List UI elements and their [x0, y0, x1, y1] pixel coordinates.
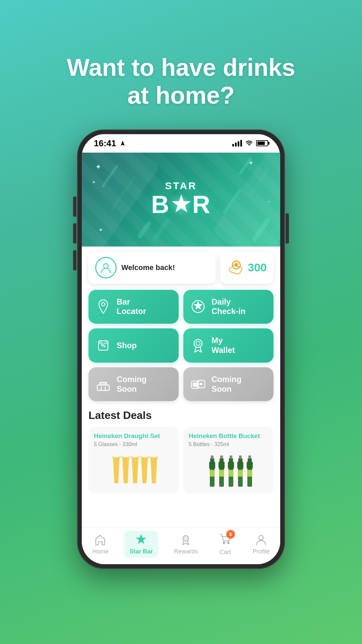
- coming-soon-1-icon: BAR: [95, 376, 112, 393]
- nav-cart-label: Cart: [220, 549, 231, 556]
- svg-rect-47: [228, 470, 234, 477]
- welcome-row: Welcome back!: [88, 246, 274, 284]
- svg-rect-42: [219, 470, 224, 477]
- svg-point-59: [184, 537, 188, 540]
- svg-point-24: [112, 454, 121, 458]
- svg-rect-52: [238, 470, 243, 477]
- status-icons: [232, 140, 268, 147]
- bottom-nav: Home Star Bar Rewards: [82, 527, 280, 564]
- svg-point-62: [259, 535, 263, 540]
- home-icon: [94, 533, 107, 546]
- status-time: 16:41: [94, 138, 126, 149]
- hero-banner: ✦ ✦ ✦ + ✦ STAR B ★ R: [82, 153, 280, 247]
- svg-point-28: [131, 454, 139, 458]
- bar-locator-label: BarLocator: [117, 297, 146, 317]
- svg-point-30: [140, 454, 149, 458]
- coming-soon-1-label: ComingSoon: [117, 375, 146, 394]
- my-wallet-icon: [189, 337, 207, 354]
- deal-2-title: Heineken Bottle Bucket: [189, 432, 268, 440]
- phone-screen: 16:41: [82, 134, 280, 564]
- svg-rect-41: [220, 455, 223, 459]
- cart-badge: 9: [226, 530, 235, 539]
- daily-checkin-label: DailyCheck-in: [212, 297, 245, 317]
- daily-checkin-button[interactable]: DailyCheck-in: [183, 290, 274, 324]
- coming-soon-1-button[interactable]: BAR ComingSoon: [88, 367, 179, 401]
- svg-point-20: [195, 385, 197, 386]
- points-value: 300: [248, 261, 267, 274]
- welcome-card: Welcome back!: [88, 252, 216, 284]
- svg-point-4: [102, 303, 105, 306]
- svg-point-1: [104, 264, 108, 268]
- my-wallet-button[interactable]: MyWallet: [183, 328, 274, 363]
- svg-rect-57: [247, 470, 252, 477]
- app-logo: STAR B ★ R: [151, 181, 211, 218]
- svg-rect-46: [230, 455, 232, 459]
- nav-cart[interactable]: 9 Cart: [214, 530, 237, 558]
- svg-rect-54: [247, 462, 253, 469]
- deal-1-title: Heineken Draught Set: [94, 432, 173, 440]
- svg-text:DEAL: DEAL: [99, 341, 107, 345]
- main-scroll[interactable]: ✦ ✦ ✦ + ✦ STAR B ★ R: [82, 153, 280, 527]
- shop-label: Shop: [117, 341, 137, 351]
- nav-home-label: Home: [92, 548, 108, 555]
- svg-point-26: [121, 454, 130, 458]
- nav-profile-label: Profile: [253, 548, 270, 555]
- signal-icon: [232, 140, 242, 147]
- points-card: 300: [220, 252, 274, 284]
- svg-rect-34: [209, 462, 215, 469]
- daily-checkin-icon: [189, 298, 207, 315]
- svg-rect-39: [219, 462, 225, 469]
- feature-grid: BarLocator DailyCheck-in: [88, 290, 274, 401]
- welcome-greeting: Welcome back!: [121, 263, 175, 272]
- battery-icon: [256, 140, 268, 146]
- deal-2-subtitle: 5 Bottles - 325ml: [189, 441, 268, 447]
- nav-home[interactable]: Home: [87, 531, 114, 558]
- deals-list: Heineken Draught Set 5 Glasses - 330ml: [88, 427, 274, 494]
- svg-point-61: [228, 542, 229, 544]
- svg-point-32: [149, 454, 158, 458]
- deal-1-image: [94, 451, 173, 488]
- deal-2-image: [189, 451, 268, 488]
- rewards-icon: [179, 533, 192, 546]
- svg-point-18: [195, 383, 197, 384]
- nav-rewards[interactable]: Rewards: [169, 531, 203, 558]
- nav-starbar-label: Star Bar: [129, 548, 153, 555]
- nav-rewards-label: Rewards: [174, 548, 198, 555]
- nav-profile[interactable]: Profile: [247, 531, 275, 558]
- svg-text:BAR: BAR: [100, 382, 107, 385]
- svg-rect-56: [248, 455, 251, 459]
- coming-soon-2-label: ComingSoon: [212, 375, 241, 394]
- svg-rect-13: [97, 385, 109, 390]
- svg-rect-44: [228, 462, 234, 469]
- cart-wrapper: 9: [219, 533, 232, 547]
- wifi-icon: [245, 141, 253, 146]
- shop-button[interactable]: % D E DEAL Shop: [88, 328, 179, 363]
- page-headline: Want to have drinks at home?: [0, 54, 362, 109]
- my-wallet-label: MyWallet: [212, 336, 235, 355]
- svg-point-60: [223, 542, 225, 544]
- nav-starbar[interactable]: Star Bar: [124, 531, 158, 558]
- coming-soon-2-icon: [189, 376, 207, 393]
- svg-rect-36: [211, 455, 214, 459]
- svg-point-0: [249, 145, 250, 146]
- svg-rect-37: [209, 470, 215, 477]
- shop-icon: % D E DEAL: [95, 337, 112, 354]
- starbar-icon: [135, 533, 147, 546]
- svg-point-19: [193, 385, 195, 386]
- svg-point-12: [196, 341, 200, 345]
- svg-point-17: [193, 383, 195, 384]
- bar-locator-button[interactable]: BarLocator: [88, 290, 179, 324]
- deal-1-subtitle: 5 Glasses - 330ml: [94, 441, 173, 447]
- svg-rect-49: [237, 462, 243, 469]
- avatar: [95, 257, 117, 278]
- svg-rect-51: [239, 455, 242, 459]
- content-area: Welcome back!: [82, 246, 280, 501]
- deals-section-title: Latest Deals: [88, 409, 274, 422]
- coming-soon-2-button[interactable]: ComingSoon: [183, 367, 274, 401]
- status-bar: 16:41: [82, 134, 280, 153]
- profile-icon: [255, 533, 267, 546]
- deal-card-2[interactable]: Heineken Bottle Bucket 5 Bottles - 325ml: [183, 427, 274, 494]
- bar-locator-icon: [95, 298, 112, 315]
- svg-point-22: [200, 383, 202, 385]
- deal-card-1[interactable]: Heineken Draught Set 5 Glasses - 330ml: [88, 427, 179, 494]
